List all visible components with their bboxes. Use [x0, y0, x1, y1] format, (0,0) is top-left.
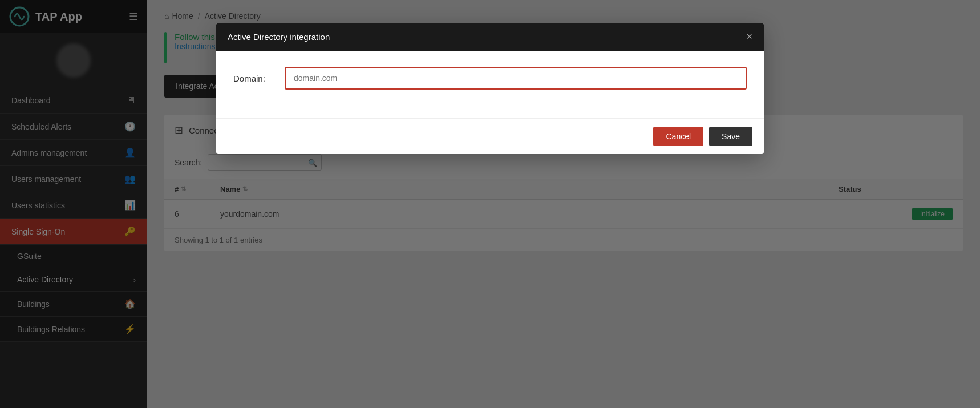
domain-field: Domain: [233, 67, 747, 90]
modal-overlay: Active Directory integration × Domain: C… [0, 0, 980, 408]
save-button[interactable]: Save [709, 127, 752, 146]
modal-close-button[interactable]: × [746, 31, 752, 43]
domain-label: Domain: [233, 74, 273, 83]
modal-body: Domain: [216, 51, 764, 118]
modal-footer: Cancel Save [216, 118, 764, 154]
cancel-button[interactable]: Cancel [653, 127, 703, 146]
modal-header: Active Directory integration × [216, 23, 764, 51]
domain-input[interactable] [285, 67, 747, 90]
modal-dialog: Active Directory integration × Domain: C… [216, 23, 764, 154]
modal-title: Active Directory integration [228, 32, 330, 42]
